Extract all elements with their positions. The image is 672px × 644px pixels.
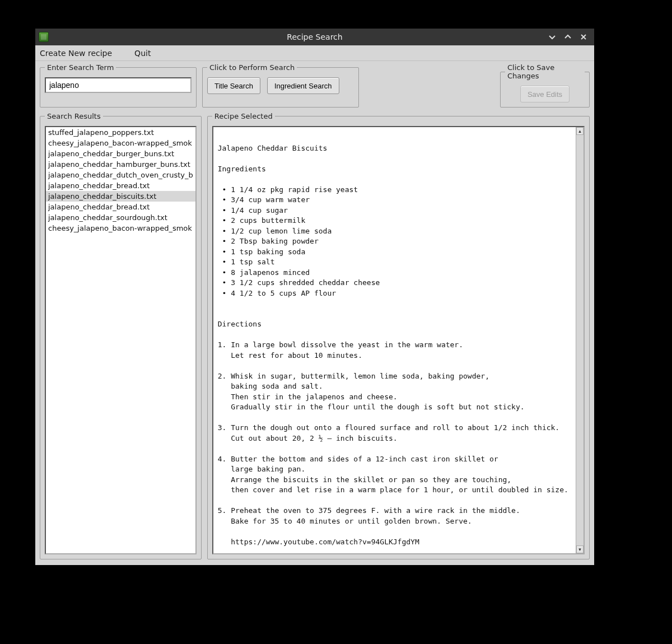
results-listbox[interactable]: stuffed_jalapeno_poppers.txtcheesy_jalap… (45, 126, 197, 554)
search-results-legend: Search Results (45, 112, 103, 120)
app-icon (39, 32, 49, 42)
search-results-group: Search Results stuffed_jalapeno_poppers.… (40, 112, 202, 559)
list-item[interactable]: jalapeno_cheddar_hamburger_buns.txt (46, 159, 195, 170)
list-item[interactable]: jalapeno_cheddar_burger_buns.txt (46, 148, 195, 159)
list-item[interactable]: stuffed_jalapeno_poppers.txt (46, 127, 195, 138)
search-term-group: Enter Search Term (40, 63, 197, 108)
menubar: Create New recipe Quit (35, 45, 594, 61)
scroll-down-icon[interactable]: ▾ (576, 545, 584, 553)
recipe-selected-group: Recipe Selected Jalapeno Cheddar Biscuit… (207, 112, 590, 559)
titlebar: Recipe Search (35, 29, 594, 45)
recipe-text[interactable]: Jalapeno Cheddar Biscuits Ingredients • … (213, 127, 576, 553)
perform-search-legend: Click to Perform Search (207, 63, 297, 72)
ingredient-search-button[interactable]: Ingredient Search (267, 77, 339, 94)
search-input[interactable] (45, 77, 192, 93)
window-title: Recipe Search (35, 32, 594, 41)
minimize-icon[interactable] (547, 32, 557, 42)
close-icon[interactable] (578, 32, 589, 42)
perform-search-group: Click to Perform Search Title Search Ing… (202, 63, 359, 108)
menu-create-recipe[interactable]: Create New recipe (40, 49, 112, 58)
save-changes-group: Click to Save Changes Save Edits (500, 63, 590, 108)
list-item[interactable]: jalapeno_cheddar_dutch_oven_crusty_b (46, 170, 195, 180)
save-edits-button: Save Edits (520, 86, 570, 102)
maximize-icon[interactable] (563, 32, 573, 42)
list-item[interactable]: jalapeno_cheddar_bread.txt (46, 202, 195, 212)
vertical-scrollbar[interactable]: ▴ ▾ (576, 127, 584, 553)
search-term-legend: Enter Search Term (45, 63, 116, 72)
list-item[interactable]: cheesy_jalapeno_bacon-wrapped_smok (46, 223, 195, 234)
title-search-button[interactable]: Title Search (207, 77, 260, 94)
app-window: Recipe Search Create New recipe Quit Ent… (35, 28, 595, 566)
save-changes-legend: Click to Save Changes (505, 63, 585, 80)
menu-quit[interactable]: Quit (134, 49, 151, 58)
window-controls (547, 32, 594, 42)
scroll-up-icon[interactable]: ▴ (576, 127, 584, 135)
list-item[interactable]: jalapeno_cheddar_bread.txt (46, 180, 195, 191)
list-item[interactable]: jalapeno_cheddar_sourdough.txt (46, 212, 195, 223)
list-item[interactable]: cheesy_jalapeno_bacon-wrapped_smok (46, 138, 195, 148)
list-item[interactable]: jalapeno_cheddar_biscuits.txt (46, 191, 195, 202)
recipe-selected-legend: Recipe Selected (212, 112, 275, 120)
